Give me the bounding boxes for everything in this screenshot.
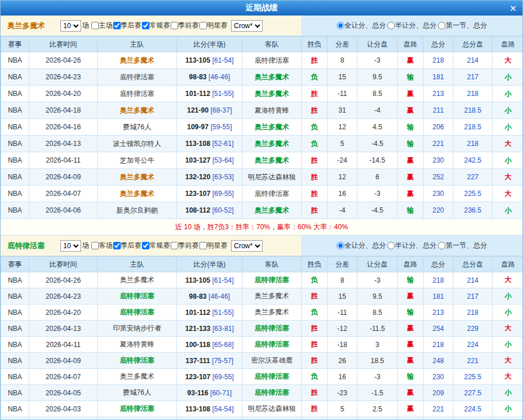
total-line-cell: 217 — [453, 288, 493, 305]
pistons-table-body: NBA2026-04-26奥兰多魔术113-105 [61-54]底特律活塞负8… — [1, 272, 523, 420]
result-cell: 胜 — [302, 102, 328, 119]
score-cell: 103-127 [53-64] — [177, 152, 243, 169]
point-diff-cell: 11 — [328, 417, 357, 420]
handicap-line-cell: -3 — [357, 272, 398, 288]
handicap-result-cell: 输 — [398, 136, 424, 152]
table-row: NBA2026-04-03底特律活塞113-108 [54-54]明尼苏达森林狼… — [1, 401, 523, 417]
total-points-cell: 206 — [424, 119, 453, 136]
pistons-filter-checkbox-playoffs[interactable]: 季后赛 — [113, 241, 141, 251]
away-team-cell: 奥兰多魔术 — [243, 136, 302, 152]
pistons-radio-half-handicap-total[interactable]: 半让分、总分 — [387, 241, 437, 251]
result-cell: 胜 — [302, 152, 328, 169]
home-team-cell: 奥兰多魔术 — [98, 102, 177, 119]
column-header: 盘路 — [398, 257, 424, 272]
handicap-result-cell: 赢 — [398, 86, 424, 102]
magic-filter-checkbox-playoffs[interactable]: 季后赛 — [113, 21, 141, 30]
result-cell: 胜 — [302, 186, 328, 202]
over-under-cell: 小 — [493, 86, 523, 102]
over-under-cell: 小 — [493, 288, 523, 305]
magic-filter-checkbox-allstar[interactable]: 明星赛 — [199, 21, 228, 30]
league-cell: NBA — [1, 86, 29, 102]
table-row: NBA2026-04-11芝加哥公牛103-127 [53-64]奥兰多魔术胜-… — [1, 152, 523, 169]
pistons-filter-checkbox-away[interactable]: 客场 — [91, 241, 113, 251]
column-header: 比分(半场) — [177, 37, 243, 52]
magic-filter-checkbox-regular[interactable]: 常规赛 — [142, 21, 170, 30]
away-team-cell: 奥兰多魔术 — [243, 86, 302, 102]
column-header: 让分盘 — [357, 37, 398, 52]
date-cell: 2026-04-07 — [29, 369, 98, 385]
magic-filter-checkbox-home[interactable]: 主场 — [91, 21, 113, 30]
pistons-filter-checkbox-regular[interactable]: 常规赛 — [142, 241, 170, 251]
pistons-bookmaker-select[interactable]: Crow* — [231, 240, 263, 252]
point-diff-cell: -11 — [328, 305, 357, 321]
total-line-cell: 218 — [453, 136, 493, 152]
league-cell: NBA — [1, 417, 29, 420]
magic-radio-half-handicap-total[interactable]: 半让分、总分 — [387, 21, 437, 30]
magic-games-count-select[interactable]: 10 — [60, 20, 81, 32]
column-header: 主队 — [98, 257, 177, 272]
pistons-filter-checkbox-allstar[interactable]: 明星赛 — [199, 241, 228, 251]
result-cell: 胜 — [302, 353, 328, 369]
column-header: 总分 — [424, 37, 453, 52]
score-cell: 98-83 [46-46] — [177, 69, 243, 86]
magic-bookmaker-select[interactable]: Crow* — [231, 20, 263, 32]
result-cell: 负 — [302, 272, 328, 288]
date-cell: 2026-04-03 — [29, 401, 98, 417]
total-line-cell: 224 — [453, 337, 493, 353]
table-row: NBA2026-04-09奥兰多魔术132-120 [63-53]明尼苏达森林狼… — [1, 169, 523, 186]
pistons-radio-full-handicap-total[interactable]: 全让分、总分 — [337, 241, 386, 251]
score-cell: 93-116 [60-71] — [177, 385, 243, 401]
league-cell: NBA — [1, 102, 29, 119]
point-diff-cell: -18 — [328, 337, 357, 353]
away-team-cell: 奥兰多魔术 — [243, 288, 302, 305]
table-row: NBA2026-04-20底特律活塞101-112 [51-55]奥兰多魔术负-… — [1, 305, 523, 321]
result-cell: 胜 — [302, 202, 328, 219]
column-header: 总分盘 — [453, 257, 493, 272]
pistons-radio-first-quarter-total[interactable]: 第一节、总分 — [438, 241, 487, 251]
table-row: NBA2026-04-09底特律活塞137-111 [75-57]密尔沃基雄鹿胜… — [1, 353, 523, 369]
league-cell: NBA — [1, 202, 29, 219]
magic-radio-first-quarter-total[interactable]: 第一节、总分 — [438, 21, 487, 30]
column-header: 比分(半场) — [177, 257, 243, 272]
table-row: NBA2026-04-23底特律活塞98-83 [46-46]奥兰多魔术负159… — [1, 69, 523, 86]
league-cell: NBA — [1, 321, 29, 337]
date-cell: 2026-04-07 — [29, 186, 98, 202]
home-team-cell: 费城76人 — [98, 119, 177, 136]
away-team-cell: 奥兰多魔术 — [243, 305, 302, 321]
score-cell: 113-105 [61-54] — [177, 52, 243, 69]
home-team-cell: 底特律活塞 — [98, 69, 177, 86]
table-row: NBA2026-04-16费城76人109-97 [59-55]奥兰多魔术负12… — [1, 119, 523, 136]
point-diff-cell: -12 — [328, 321, 357, 337]
point-diff-cell: 12 — [328, 169, 357, 186]
score-cell: 132-120 [63-53] — [177, 169, 243, 186]
magic-filter-checkbox-preseason[interactable]: 季前赛 — [171, 21, 199, 30]
over-under-cell: 小 — [493, 337, 523, 353]
league-cell: NBA — [1, 136, 29, 152]
point-diff-cell: 12 — [328, 119, 357, 136]
magic-results-table: 赛事比赛时间主队比分(半场)客队胜负分差让分盘盘路总分总分盘盘路 NBA2026… — [1, 36, 523, 219]
pistons-games-count-select[interactable]: 10 — [60, 240, 81, 252]
handicap-line-cell: -1.5 — [357, 385, 398, 401]
result-cell: 胜 — [302, 86, 328, 102]
pistons-filter-checkbox-preseason[interactable]: 季前赛 — [171, 241, 199, 251]
column-header: 赛事 — [1, 37, 29, 52]
magic-games-count-suffix: 场 — [82, 21, 89, 30]
magic-radio-full-handicap-total[interactable]: 全让分、总分 — [337, 21, 386, 30]
point-diff-cell: 15 — [328, 288, 357, 305]
over-under-cell: 小 — [493, 385, 523, 401]
handicap-result-cell: 赢 — [398, 152, 424, 169]
handicap-line-cell: -4.5 — [357, 136, 398, 152]
total-points-cell: 211 — [424, 102, 453, 119]
close-icon[interactable]: ✕ — [509, 4, 517, 13]
over-under-cell: 大 — [493, 272, 523, 288]
league-cell: NBA — [1, 152, 29, 169]
table-row: NBA2026-04-20底特律活塞101-112 [51-55]奥兰多魔术胜-… — [1, 86, 523, 102]
away-team-cell: 明尼苏达森林狼 — [243, 401, 302, 417]
handicap-line-cell: 4.5 — [357, 119, 398, 136]
window-title: 近期战绩 — [245, 3, 278, 13]
table-row: NBA2026-04-01底特律活塞127-116 [59-54]多伦多猛龙胜1… — [1, 417, 523, 420]
handicap-line-cell: 8.5 — [357, 86, 398, 102]
handicap-result-cell: 输 — [398, 305, 424, 321]
handicap-result-cell: 输 — [398, 369, 424, 385]
total-points-cell: 209 — [424, 385, 453, 401]
